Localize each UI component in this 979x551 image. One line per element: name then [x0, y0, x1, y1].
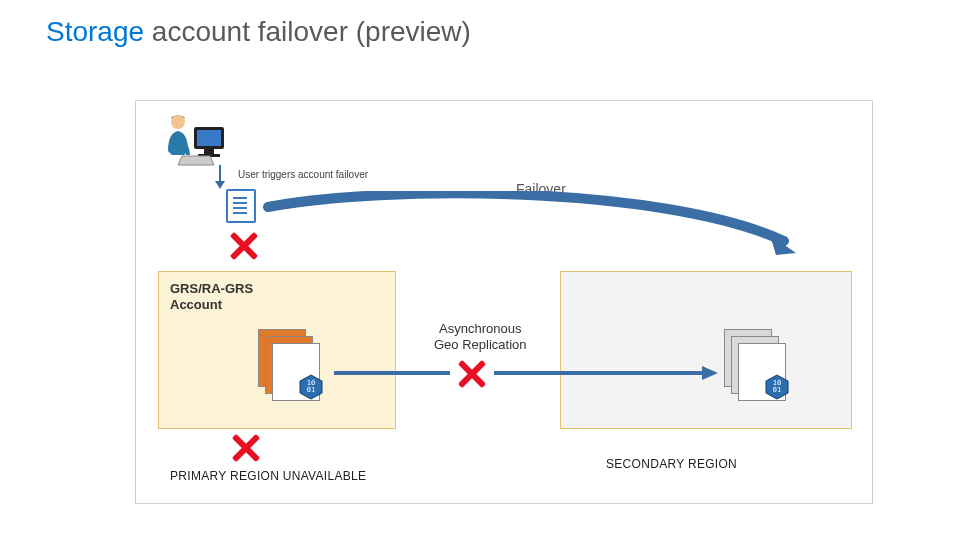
svg-point-4	[171, 115, 185, 129]
async-replication-label: Asynchronous Geo Replication	[434, 321, 527, 354]
x-mark-icon	[230, 433, 260, 463]
secondary-storage-stack: 10 01	[724, 329, 786, 399]
primary-region-label: PRIMARY REGION UNAVAILABLE	[170, 469, 366, 483]
secondary-region-box	[560, 271, 852, 429]
svg-rect-2	[204, 149, 214, 154]
primary-account-label: GRS/RA-GRS Account	[170, 281, 253, 314]
svg-marker-6	[215, 181, 225, 189]
document-icon	[226, 189, 256, 223]
title-prefix: Storage	[46, 16, 152, 47]
secondary-region-label: SECONDARY REGION	[606, 457, 737, 471]
replication-arrow-icon	[332, 361, 722, 385]
diagram-container: User triggers account failover Failover …	[135, 100, 873, 504]
storage-hex-icon: 10 01	[764, 374, 790, 400]
title-rest: account failover (preview)	[152, 16, 471, 47]
page-title: Storage account failover (preview)	[46, 16, 471, 48]
x-mark-icon	[228, 231, 258, 261]
svg-marker-12	[702, 366, 718, 380]
storage-hex-icon: 10 01	[298, 374, 324, 400]
svg-rect-1	[197, 130, 221, 146]
trigger-label: User triggers account failover	[238, 169, 368, 180]
failover-arrow-icon	[262, 191, 802, 271]
user-at-computer-icon	[160, 111, 230, 171]
primary-storage-stack: 10 01	[258, 329, 320, 399]
